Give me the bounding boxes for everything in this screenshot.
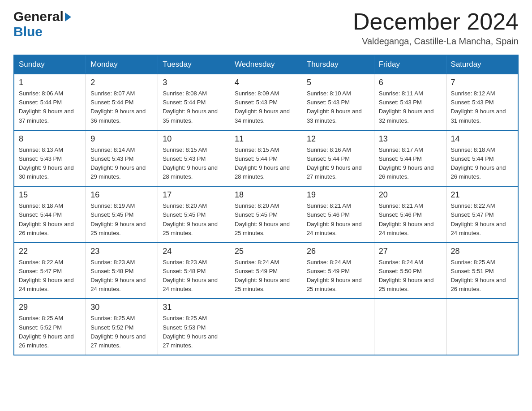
day-number: 18 [235, 190, 297, 200]
day-info: Sunrise: 8:16 AMSunset: 5:44 PMDaylight:… [307, 146, 369, 182]
calendar-week-row: 8Sunrise: 8:13 AMSunset: 5:43 PMDaylight… [14, 130, 518, 187]
calendar-day-cell: 5Sunrise: 8:10 AMSunset: 5:43 PMDaylight… [302, 74, 374, 130]
header-thursday: Thursday [302, 55, 374, 74]
header-sunday: Sunday [14, 55, 86, 74]
day-info: Sunrise: 8:18 AMSunset: 5:44 PMDaylight:… [451, 146, 513, 182]
header-tuesday: Tuesday [158, 55, 230, 74]
day-number: 1 [19, 78, 81, 87]
header-friday: Friday [374, 55, 446, 74]
day-info: Sunrise: 8:25 AMSunset: 5:52 PMDaylight:… [90, 314, 153, 350]
calendar-day-cell: 16Sunrise: 8:19 AMSunset: 5:45 PMDayligh… [86, 186, 158, 243]
day-info: Sunrise: 8:24 AMSunset: 5:49 PMDaylight:… [307, 258, 369, 294]
logo-blue-text: Blue [13, 24, 43, 39]
calendar-day-cell: 30Sunrise: 8:25 AMSunset: 5:52 PMDayligh… [86, 299, 158, 355]
day-info: Sunrise: 8:23 AMSunset: 5:48 PMDaylight:… [163, 258, 225, 294]
calendar-day-cell [302, 299, 374, 355]
calendar-day-cell: 1Sunrise: 8:06 AMSunset: 5:44 PMDaylight… [14, 74, 86, 130]
day-number: 3 [163, 78, 225, 87]
header-monday: Monday [86, 55, 158, 74]
calendar-week-row: 15Sunrise: 8:18 AMSunset: 5:44 PMDayligh… [14, 186, 518, 243]
day-number: 24 [163, 247, 225, 256]
day-number: 15 [19, 190, 81, 200]
calendar-day-cell: 11Sunrise: 8:15 AMSunset: 5:44 PMDayligh… [230, 130, 302, 187]
calendar-day-cell: 3Sunrise: 8:08 AMSunset: 5:44 PMDaylight… [158, 74, 230, 130]
calendar-day-cell: 2Sunrise: 8:07 AMSunset: 5:44 PMDaylight… [86, 74, 158, 130]
day-number: 31 [163, 303, 225, 312]
calendar-day-cell: 12Sunrise: 8:16 AMSunset: 5:44 PMDayligh… [302, 130, 374, 187]
calendar-day-cell: 27Sunrise: 8:24 AMSunset: 5:50 PMDayligh… [374, 243, 446, 299]
header-wednesday: Wednesday [230, 55, 302, 74]
logo-arrow-icon [65, 13, 71, 21]
calendar-day-cell: 9Sunrise: 8:14 AMSunset: 5:43 PMDaylight… [86, 130, 158, 187]
day-info: Sunrise: 8:08 AMSunset: 5:44 PMDaylight:… [163, 89, 225, 125]
calendar-day-cell: 25Sunrise: 8:24 AMSunset: 5:49 PMDayligh… [230, 243, 302, 299]
day-number: 21 [451, 190, 513, 200]
calendar-day-cell: 7Sunrise: 8:12 AMSunset: 5:43 PMDaylight… [446, 74, 518, 130]
day-info: Sunrise: 8:24 AMSunset: 5:50 PMDaylight:… [379, 258, 442, 294]
calendar-day-cell: 20Sunrise: 8:21 AMSunset: 5:46 PMDayligh… [374, 186, 446, 243]
day-number: 12 [307, 134, 369, 144]
day-number: 7 [451, 78, 513, 87]
day-info: Sunrise: 8:23 AMSunset: 5:48 PMDaylight:… [90, 258, 153, 294]
day-info: Sunrise: 8:21 AMSunset: 5:46 PMDaylight:… [307, 201, 369, 238]
calendar-day-cell: 17Sunrise: 8:20 AMSunset: 5:45 PMDayligh… [158, 186, 230, 243]
title-area: December 2024 Valdeganga, Castille-La Ma… [353, 9, 519, 47]
calendar-day-cell: 22Sunrise: 8:22 AMSunset: 5:47 PMDayligh… [14, 243, 86, 299]
day-number: 8 [19, 134, 81, 144]
day-info: Sunrise: 8:10 AMSunset: 5:43 PMDaylight:… [307, 89, 369, 125]
month-title: December 2024 [353, 9, 519, 34]
calendar-week-row: 29Sunrise: 8:25 AMSunset: 5:52 PMDayligh… [14, 299, 518, 355]
day-number: 23 [90, 247, 153, 256]
calendar-day-cell: 4Sunrise: 8:09 AMSunset: 5:43 PMDaylight… [230, 74, 302, 130]
day-info: Sunrise: 8:18 AMSunset: 5:44 PMDaylight:… [19, 201, 81, 238]
day-info: Sunrise: 8:22 AMSunset: 5:47 PMDaylight:… [451, 201, 513, 238]
calendar-day-cell: 21Sunrise: 8:22 AMSunset: 5:47 PMDayligh… [446, 186, 518, 243]
day-number: 2 [90, 78, 153, 87]
day-number: 14 [451, 134, 513, 144]
calendar-day-cell: 23Sunrise: 8:23 AMSunset: 5:48 PMDayligh… [86, 243, 158, 299]
day-number: 9 [90, 134, 153, 144]
day-info: Sunrise: 8:12 AMSunset: 5:43 PMDaylight:… [451, 89, 513, 125]
calendar-week-row: 22Sunrise: 8:22 AMSunset: 5:47 PMDayligh… [14, 243, 518, 299]
calendar-table: Sunday Monday Tuesday Wednesday Thursday… [13, 55, 519, 355]
day-info: Sunrise: 8:19 AMSunset: 5:45 PMDaylight:… [90, 201, 153, 238]
day-info: Sunrise: 8:13 AMSunset: 5:43 PMDaylight:… [19, 146, 81, 182]
calendar-day-cell: 24Sunrise: 8:23 AMSunset: 5:48 PMDayligh… [158, 243, 230, 299]
day-number: 28 [451, 247, 513, 256]
calendar-week-row: 1Sunrise: 8:06 AMSunset: 5:44 PMDaylight… [14, 74, 518, 130]
day-number: 11 [235, 134, 297, 144]
day-info: Sunrise: 8:25 AMSunset: 5:52 PMDaylight:… [19, 314, 81, 350]
day-number: 6 [379, 78, 442, 87]
page-header: General Blue December 2024 Valdeganga, C… [13, 9, 519, 47]
day-number: 5 [307, 78, 369, 87]
day-info: Sunrise: 8:07 AMSunset: 5:44 PMDaylight:… [90, 89, 153, 125]
day-number: 25 [235, 247, 297, 256]
calendar-day-cell: 8Sunrise: 8:13 AMSunset: 5:43 PMDaylight… [14, 130, 86, 187]
day-number: 17 [163, 190, 225, 200]
day-number: 16 [90, 190, 153, 200]
day-info: Sunrise: 8:25 AMSunset: 5:53 PMDaylight:… [163, 314, 225, 350]
day-info: Sunrise: 8:15 AMSunset: 5:43 PMDaylight:… [163, 146, 225, 182]
calendar-day-cell: 18Sunrise: 8:20 AMSunset: 5:45 PMDayligh… [230, 186, 302, 243]
day-number: 30 [90, 303, 153, 312]
day-info: Sunrise: 8:11 AMSunset: 5:43 PMDaylight:… [379, 89, 442, 125]
calendar-day-cell: 6Sunrise: 8:11 AMSunset: 5:43 PMDaylight… [374, 74, 446, 130]
day-info: Sunrise: 8:21 AMSunset: 5:46 PMDaylight:… [379, 201, 442, 238]
calendar-day-cell: 14Sunrise: 8:18 AMSunset: 5:44 PMDayligh… [446, 130, 518, 187]
calendar-day-cell: 13Sunrise: 8:17 AMSunset: 5:44 PMDayligh… [374, 130, 446, 187]
calendar-day-cell: 28Sunrise: 8:25 AMSunset: 5:51 PMDayligh… [446, 243, 518, 299]
day-info: Sunrise: 8:06 AMSunset: 5:44 PMDaylight:… [19, 89, 81, 125]
day-number: 19 [307, 190, 369, 200]
logo: General Blue [13, 9, 71, 39]
calendar-day-cell: 10Sunrise: 8:15 AMSunset: 5:43 PMDayligh… [158, 130, 230, 187]
calendar-day-cell: 29Sunrise: 8:25 AMSunset: 5:52 PMDayligh… [14, 299, 86, 355]
day-number: 10 [163, 134, 225, 144]
calendar-day-cell: 26Sunrise: 8:24 AMSunset: 5:49 PMDayligh… [302, 243, 374, 299]
calendar-day-cell: 31Sunrise: 8:25 AMSunset: 5:53 PMDayligh… [158, 299, 230, 355]
day-number: 13 [379, 134, 442, 144]
day-info: Sunrise: 8:14 AMSunset: 5:43 PMDaylight:… [90, 146, 153, 182]
day-number: 27 [379, 247, 442, 256]
day-info: Sunrise: 8:24 AMSunset: 5:49 PMDaylight:… [235, 258, 297, 294]
calendar-day-cell: 19Sunrise: 8:21 AMSunset: 5:46 PMDayligh… [302, 186, 374, 243]
header-saturday: Saturday [446, 55, 518, 74]
